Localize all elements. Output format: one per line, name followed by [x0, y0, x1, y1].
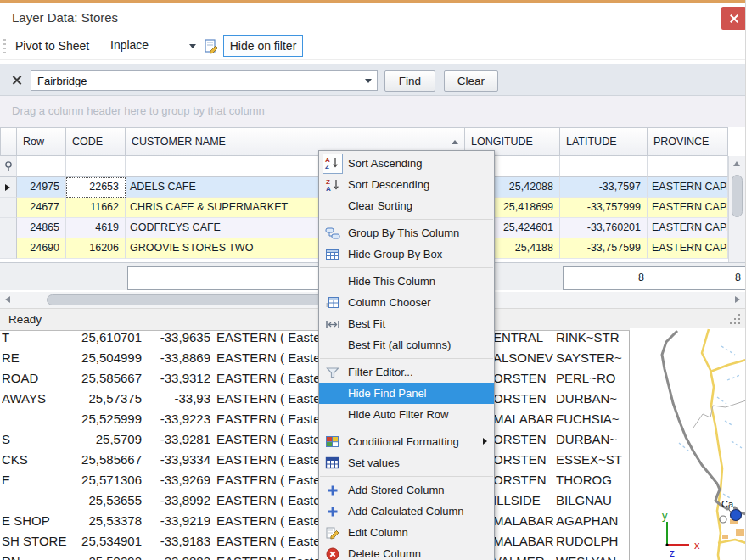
resize-grip[interactable] — [730, 314, 742, 326]
grid-cell-code[interactable]: 11662 — [66, 198, 126, 218]
menu-item-hide-this-column[interactable]: Hide This Column — [319, 271, 494, 292]
grid-cell-row[interactable]: 24690 — [17, 238, 66, 259]
bg-cell-longitude: 25,610701 — [61, 331, 142, 348]
mode-combobox[interactable]: Inplace — [107, 36, 197, 56]
toolbar-grip-handle[interactable] — [3, 39, 6, 54]
auto-filter-cell-code[interactable] — [66, 156, 126, 177]
bg-cell-longitude: 25,525999 — [61, 409, 142, 429]
group-by-hint: Drag a column header here to group by th… — [12, 104, 265, 117]
grid-cell-latitude[interactable]: -33,757599 — [560, 238, 648, 259]
table-row: CKS25,585667-33,9334EASTERN ( EasteORSTE… — [0, 450, 630, 470]
grid-cell-province[interactable]: EASTERN CAPE — [648, 198, 728, 218]
mode-value: Inplace — [110, 38, 149, 52]
auto-filter-cell-latitude[interactable] — [560, 156, 648, 177]
column-header-code[interactable]: CODE — [66, 127, 126, 156]
menu-item-filter-editor[interactable]: Filter Editor... — [319, 361, 494, 383]
clear-button[interactable]: Clear — [444, 70, 498, 92]
submenu-arrow-icon — [483, 438, 487, 445]
find-button[interactable]: Find — [384, 70, 435, 92]
bg-cell-longitude: 25,53655 — [61, 490, 142, 511]
chevron-down-icon[interactable] — [365, 79, 372, 83]
group-by-column-icon — [324, 225, 341, 242]
grid-cell-province[interactable]: EASTERN CAPE — [648, 218, 728, 238]
grid-cell-row[interactable]: 24975 — [17, 177, 66, 198]
auto-filter-cell-province[interactable] — [648, 156, 728, 177]
menu-item-hide-find-panel[interactable]: Hide Find Panel — [319, 383, 494, 404]
scroll-up-icon[interactable] — [733, 161, 740, 166]
svg-text:A: A — [326, 185, 331, 193]
grid-cell-row[interactable]: 24677 — [17, 198, 66, 218]
menu-separator — [320, 358, 493, 359]
grid-cell-province[interactable]: EASTERN CAPE — [648, 177, 728, 198]
menu-item-edit-column[interactable]: Edit Column — [319, 522, 494, 543]
map-view[interactable]: Ca y x z — [630, 328, 746, 560]
map-place-label: Ca — [721, 499, 734, 509]
sort-ascending-icon: AZ — [323, 154, 343, 174]
column-context-menu: AZSort AscendingZASort DescendingClear S… — [318, 150, 495, 560]
bg-cell-street: FUCHSIA~ — [556, 409, 626, 429]
row-indicator — [0, 177, 17, 198]
pivot-to-sheet-button[interactable]: Pivot to Sheet — [12, 36, 93, 56]
bg-cell-street: WESLYAN — [556, 552, 626, 560]
grid-cell-latitude[interactable]: -33,7597 — [560, 177, 648, 198]
menu-item-add-calculated-column[interactable]: Add Calculated Column — [319, 501, 494, 522]
bg-cell-suburb: ORSTEN — [493, 389, 554, 409]
close-button[interactable] — [721, 7, 746, 30]
bg-cell-street: DURBAN~ — [556, 429, 626, 450]
auto-filter-cell-row[interactable] — [17, 156, 66, 177]
menu-item-add-stored-column[interactable]: Add Stored Column — [319, 479, 494, 501]
bg-cell-longitude: 25,59292 — [61, 552, 142, 560]
group-by-panel[interactable]: Drag a column header here to group by th… — [0, 96, 746, 127]
table-row: RN25,59292-33,9883EASTERN ( EasteVALMERW… — [0, 552, 630, 560]
column-header-province[interactable]: PROVINCE — [648, 127, 728, 156]
menu-item-delete-column[interactable]: Delete Column — [319, 543, 494, 560]
axis-y-label: y — [662, 509, 668, 522]
menu-item-set-values[interactable]: Set values — [319, 452, 494, 473]
menu-separator — [320, 476, 493, 477]
vertical-scroll-thumb[interactable] — [732, 175, 743, 217]
menu-item-group-by-this-column[interactable]: Group By This Column — [319, 222, 494, 244]
row-indicator — [0, 218, 17, 238]
summary-editor-latitude[interactable]: 8 — [563, 266, 651, 290]
grid-cell-province[interactable]: EASTERN CAPE — [648, 238, 728, 259]
table-row: SH STORE25,534901-33,9183EASTERN ( Easte… — [0, 531, 630, 552]
menu-item-hide-group-by-box[interactable]: Hide Group By Box — [319, 244, 494, 265]
menu-item-sort-ascending[interactable]: AZSort Ascending — [319, 153, 494, 174]
chevron-down-icon[interactable] — [189, 44, 196, 48]
menu-item-best-fit-all-columns[interactable]: Best Fit (all columns) — [319, 334, 494, 356]
table-row: E25,571306-33,9269EASTERN ( EasteORSTENT… — [0, 470, 630, 490]
grid-cell-code[interactable]: 16206 — [66, 238, 126, 259]
find-search-input[interactable]: Fairbridge — [31, 70, 378, 91]
menu-item-conditional-formatting[interactable]: Conditional Formatting — [319, 431, 494, 452]
toolbar: Pivot to Sheet Inplace Hide on filter — [0, 32, 746, 60]
bg-cell-suburb: ILLSIDE — [493, 490, 554, 511]
grid-cell-code[interactable]: 22653 — [66, 177, 126, 198]
scroll-right-icon[interactable] — [735, 296, 740, 303]
menu-item-hide-auto-filter-row[interactable]: Hide Auto Filter Row — [319, 404, 494, 425]
filter-funnel-icon — [324, 364, 341, 381]
bg-cell-latitude: -33,9334 — [143, 450, 210, 470]
scroll-left-icon[interactable] — [5, 296, 10, 303]
selected-store-marker[interactable] — [731, 510, 742, 521]
menu-item-sort-descending[interactable]: ZASort Descending — [319, 174, 494, 195]
table-row: E SHOP25,53378-33,9219EASTERN ( EasteMAL… — [0, 511, 630, 531]
hide-on-filter-toggle[interactable]: Hide on filter — [223, 35, 303, 57]
best-fit-icon — [324, 316, 341, 333]
layer-data-window: Layer Data: Stores Pivot to Sheet Inplac… — [0, 0, 746, 560]
edit-layer-icon[interactable] — [204, 38, 220, 54]
grid-cell-row[interactable]: 24865 — [17, 218, 66, 238]
sort-ascending-arrow-icon — [452, 140, 458, 144]
menu-item-column-chooser[interactable]: Column Chooser — [319, 292, 494, 313]
summary-editor-province[interactable]: 8 — [648, 266, 746, 290]
grid-cell-latitude[interactable]: -33,760201 — [560, 218, 648, 238]
grid-cell-latitude[interactable]: -33,757999 — [560, 198, 648, 218]
bg-cell-street: ESSEX~ST — [556, 450, 626, 470]
grid-cell-code[interactable]: 4619 — [66, 218, 126, 238]
bg-cell-longitude: 25,534901 — [61, 531, 142, 552]
column-header-latitude[interactable]: LATITUDE — [560, 127, 648, 156]
find-panel-close-icon[interactable] — [11, 75, 22, 86]
menu-item-clear-sorting[interactable]: Clear Sorting — [319, 195, 494, 216]
column-header-row[interactable]: Row — [17, 127, 66, 156]
store-marker[interactable] — [720, 516, 726, 523]
menu-item-best-fit[interactable]: Best Fit — [319, 313, 494, 334]
